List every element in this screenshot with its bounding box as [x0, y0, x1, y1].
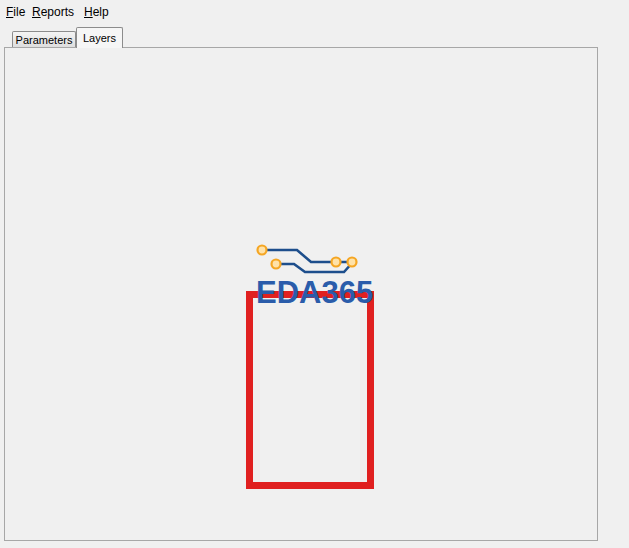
layers-tab-page: [4, 47, 598, 541]
tab-layers[interactable]: Layers: [76, 27, 123, 48]
menu-reports[interactable]: Reports: [28, 3, 78, 21]
menu-help[interactable]: Help: [80, 3, 113, 21]
menu-file[interactable]: File: [2, 3, 29, 21]
menu-bar: File Reports Help: [0, 0, 629, 22]
tab-parameters[interactable]: Parameters: [12, 31, 76, 48]
pad-designer-window: File Reports Help Parameters Layers Pads…: [0, 0, 629, 548]
